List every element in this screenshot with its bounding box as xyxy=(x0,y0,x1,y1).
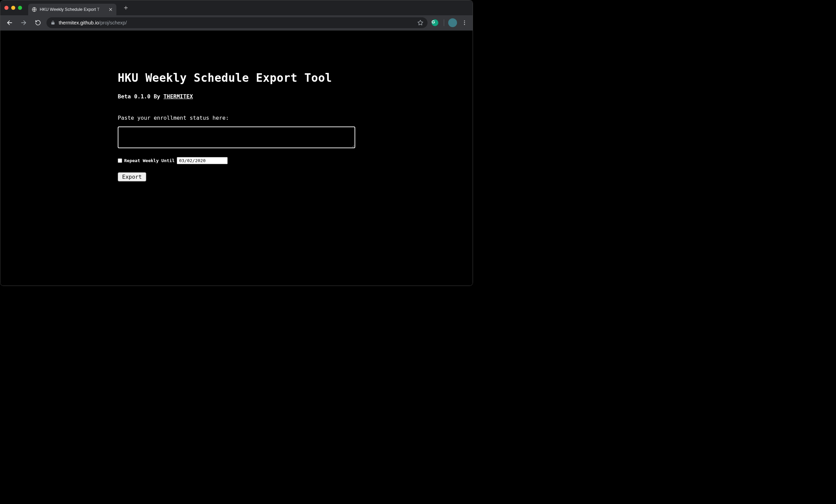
profile-avatar[interactable] xyxy=(448,18,457,27)
bookmark-icon[interactable] xyxy=(417,20,423,26)
url-path: /proj/schexp/ xyxy=(99,20,127,25)
repeat-until-date-input[interactable] xyxy=(177,157,228,164)
browser-menu-button[interactable] xyxy=(460,18,469,27)
browser-tab[interactable]: HKU Weekly Schedule Export T xyxy=(28,4,116,15)
byline-prefix: Beta 0.1.0 By xyxy=(118,93,164,100)
extension-grammarly-icon[interactable]: G xyxy=(430,18,440,27)
new-tab-button[interactable] xyxy=(121,3,131,13)
repeat-row: Repeat Weekly Until xyxy=(118,157,355,164)
tabstrip: HKU Weekly Schedule Export T xyxy=(0,0,473,15)
export-button[interactable]: Export xyxy=(118,172,146,181)
svg-point-8 xyxy=(464,20,465,21)
url-text: thermitex.github.io/proj/schexp/ xyxy=(59,20,414,25)
svg-point-10 xyxy=(464,24,465,25)
toolbar-divider xyxy=(444,19,444,26)
browser-chrome: HKU Weekly Schedule Export T xyxy=(0,0,473,31)
browser-toolbar: thermitex.github.io/proj/schexp/ G xyxy=(0,15,473,30)
window-controls xyxy=(4,6,22,10)
byline: Beta 0.1.0 By THERMITEX xyxy=(118,93,355,100)
tab-title: HKU Weekly Schedule Export T xyxy=(40,7,106,12)
page-title: HKU Weekly Schedule Export Tool xyxy=(118,71,355,84)
window-close-button[interactable] xyxy=(4,6,8,10)
address-bar[interactable]: thermitex.github.io/proj/schexp/ xyxy=(46,17,428,28)
window-minimize-button[interactable] xyxy=(11,6,15,10)
repeat-label: Repeat Weekly Until xyxy=(124,158,175,163)
enrollment-textarea[interactable] xyxy=(118,127,355,148)
url-host: thermitex.github.io xyxy=(59,20,99,25)
back-button[interactable] xyxy=(4,17,15,28)
svg-point-9 xyxy=(464,22,465,23)
forward-button[interactable] xyxy=(18,17,30,28)
lock-icon xyxy=(51,20,55,25)
tab-close-button[interactable] xyxy=(108,7,113,12)
author-link[interactable]: THERMITEX xyxy=(164,93,193,100)
enrollment-label: Paste your enrollment status here: xyxy=(118,115,355,121)
window-zoom-button[interactable] xyxy=(18,6,22,10)
reload-button[interactable] xyxy=(32,17,44,28)
page-content: HKU Weekly Schedule Export Tool Beta 0.1… xyxy=(118,31,355,181)
page-viewport: HKU Weekly Schedule Export Tool Beta 0.1… xyxy=(0,31,473,286)
globe-icon xyxy=(32,7,37,12)
repeat-checkbox[interactable] xyxy=(118,158,122,163)
svg-marker-7 xyxy=(418,20,423,25)
